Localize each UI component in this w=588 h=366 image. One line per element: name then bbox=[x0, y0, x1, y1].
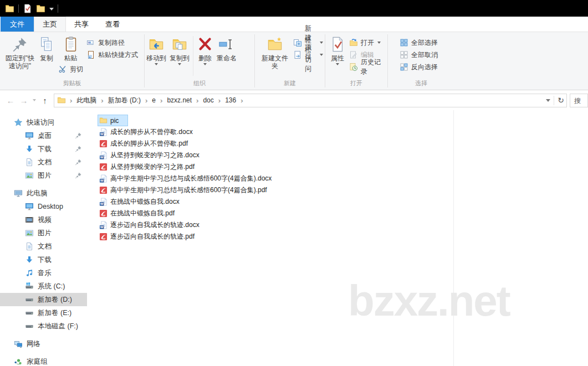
ribbon-group-select: 全部选择 全部取消 反向选择 选择 bbox=[388, 32, 454, 90]
file-row[interactable]: W 逐步迈向自我成长的轨迹.docx bbox=[87, 219, 588, 231]
breadcrumb-segment[interactable]: e bbox=[149, 96, 158, 104]
file-row[interactable]: W 在挑战中锻炼自我.docx bbox=[87, 196, 588, 208]
up-button[interactable]: ↑ bbox=[38, 96, 52, 105]
copy-to-button[interactable]: 复制到 bbox=[168, 35, 191, 66]
file-icon: W bbox=[99, 198, 110, 206]
select-none-button[interactable]: 全部取消 bbox=[398, 49, 439, 61]
sidebar-item[interactable]: Desktop bbox=[0, 200, 87, 213]
sidebar-item-icon bbox=[14, 339, 27, 348]
sidebar-item[interactable]: 音乐 bbox=[0, 266, 87, 280]
rename-button[interactable]: 重命名 bbox=[215, 35, 238, 63]
sidebar-item-icon bbox=[25, 158, 38, 167]
sidebar-item-icon bbox=[25, 229, 38, 238]
paste-shortcut-button[interactable]: 粘贴快捷方式 bbox=[85, 49, 140, 61]
breadcrumb-segment[interactable]: 136 bbox=[222, 96, 239, 104]
sidebar-item-icon bbox=[25, 255, 38, 264]
sidebar-item[interactable]: 视频 bbox=[0, 213, 87, 226]
pin-to-quick-access-button[interactable]: 固定到"快速访问" bbox=[3, 35, 37, 71]
rename-icon bbox=[218, 36, 235, 53]
file-icon: W bbox=[99, 221, 110, 229]
breadcrumb[interactable]: › 此电脑 › 新加卷 (D:) › e › bzxz.net › doc › bbox=[54, 94, 567, 107]
recent-locations-chevron-icon[interactable] bbox=[33, 99, 36, 101]
pdf-file-icon: PDF bbox=[99, 140, 108, 148]
dropdown-caret bbox=[336, 63, 339, 65]
file-menu-button[interactable]: 文件 bbox=[1, 17, 34, 32]
sidebar-item[interactable]: 图片 bbox=[0, 169, 87, 182]
file-name: 高中学生期中学习总结与成长感悟600字(4篇合集).pdf bbox=[110, 185, 267, 195]
sidebar-item[interactable]: 图片 bbox=[0, 226, 87, 240]
easy-access-button[interactable]: 轻松访问 bbox=[292, 49, 325, 61]
sidebar-item[interactable]: 下载 bbox=[0, 142, 87, 156]
file-row[interactable]: PDF 在挑战中锻炼自我.pdf bbox=[87, 208, 588, 219]
file-icon: PDF bbox=[99, 140, 110, 148]
ribbon-tab[interactable]: 共享 bbox=[66, 17, 97, 32]
address-dropdown-chevron-icon[interactable] bbox=[546, 99, 550, 102]
qat-chevron-down-icon[interactable] bbox=[49, 8, 54, 11]
dropdown-caret bbox=[178, 63, 181, 65]
sidebar-item[interactable]: 系统 (C:) bbox=[0, 280, 87, 293]
breadcrumb-segment[interactable]: 此电脑 bbox=[74, 96, 99, 105]
history-button[interactable]: 历史记录 bbox=[347, 61, 387, 73]
file-row[interactable]: W 成长的脚步从不曾停歇.docx bbox=[87, 126, 588, 138]
network-icon bbox=[14, 339, 23, 348]
refresh-icon[interactable]: ↻ bbox=[558, 96, 564, 105]
cut-button[interactable]: 剪切 bbox=[57, 63, 85, 75]
file-name: 成长的脚步从不曾停歇.pdf bbox=[110, 139, 188, 148]
new-folder-qat-icon[interactable] bbox=[36, 4, 45, 13]
file-row[interactable]: W 从坚持到蜕变的学习之路.docx bbox=[87, 150, 588, 161]
sidebar-item[interactable]: 网络 bbox=[0, 337, 87, 350]
copy-button[interactable]: 复制 bbox=[37, 35, 57, 63]
sidebar-item-label: 音乐 bbox=[38, 269, 52, 278]
sidebar-item-label: 下载 bbox=[38, 145, 52, 154]
search-input[interactable]: 搜 bbox=[570, 94, 588, 107]
invert-selection-button[interactable]: 反向选择 bbox=[398, 61, 439, 73]
file-icon bbox=[99, 116, 110, 125]
file-row[interactable]: PDF 逐步迈向自我成长的轨迹.pdf bbox=[87, 231, 588, 243]
file-name: 从坚持到蜕变的学习之路.pdf bbox=[110, 162, 195, 172]
downloads-icon bbox=[25, 255, 34, 264]
address-separator bbox=[554, 96, 554, 105]
sidebar-item[interactable]: 文档 bbox=[0, 156, 87, 169]
ribbon-tab[interactable]: 主页 bbox=[34, 17, 66, 32]
sidebar-item[interactable]: 快速访问 bbox=[0, 116, 87, 129]
sidebar-item[interactable]: 下载 bbox=[0, 253, 87, 266]
copy-path-button[interactable]: W.. 复制路径 bbox=[85, 37, 140, 49]
downloads-icon bbox=[25, 145, 34, 153]
qat-separator bbox=[58, 4, 58, 13]
new-folder-button[interactable]: 新建文件夹 bbox=[258, 35, 292, 71]
pin-indicator-icon bbox=[75, 158, 82, 167]
open-button[interactable]: 打开 bbox=[347, 37, 387, 49]
sidebar-item[interactable]: 桌面 bbox=[0, 129, 87, 142]
sidebar-item[interactable]: 此电脑 bbox=[0, 187, 87, 200]
sidebar-item[interactable]: 家庭组 bbox=[0, 355, 87, 366]
file-row[interactable]: PDF 成长的脚步从不曾停歇.pdf bbox=[87, 138, 588, 150]
properties-qat-icon[interactable] bbox=[23, 4, 32, 13]
forward-button[interactable]: → bbox=[17, 96, 30, 105]
breadcrumb-segment[interactable]: 新加卷 (D:) bbox=[105, 96, 144, 105]
sidebar-item[interactable]: 新加卷 (D:) bbox=[0, 293, 87, 306]
sidebar-item[interactable]: 新加卷 (E:) bbox=[0, 306, 87, 319]
documents-icon bbox=[25, 242, 34, 251]
delete-button[interactable]: 删除 bbox=[195, 35, 215, 66]
ribbon-tab-bar: 文件 主页共享查看 bbox=[0, 17, 588, 32]
file-row[interactable]: PDF 高中学生期中学习总结与成长感悟600字(4篇合集).pdf bbox=[87, 184, 588, 196]
sidebar-item[interactable]: 本地磁盘 (F:) bbox=[0, 319, 87, 333]
breadcrumb-segment[interactable]: bzxz.net bbox=[164, 96, 195, 104]
new-folder-icon bbox=[267, 36, 283, 53]
file-row[interactable]: PDF 从坚持到蜕变的学习之路.pdf bbox=[87, 161, 588, 173]
select-all-button[interactable]: 全部选择 bbox=[398, 37, 439, 49]
ribbon-tab[interactable]: 查看 bbox=[97, 17, 128, 32]
move-to-button[interactable]: 移动到 bbox=[145, 35, 168, 66]
file-row[interactable]: pic bbox=[87, 115, 588, 126]
address-folder-icon bbox=[57, 96, 66, 105]
sidebar-item-icon bbox=[14, 189, 27, 198]
back-button[interactable]: ← bbox=[4, 96, 17, 105]
breadcrumb-segment[interactable]: doc bbox=[200, 96, 216, 104]
paste-button[interactable]: 粘贴 bbox=[61, 35, 81, 63]
file-row[interactable]: W 高中学生期中学习总结与成长感悟600字(4篇合集).docx bbox=[87, 173, 588, 184]
word-file-icon: W bbox=[99, 174, 108, 183]
new-item-icon bbox=[293, 38, 302, 47]
properties-button[interactable]: 属性 bbox=[328, 35, 347, 66]
open-folder-icon bbox=[349, 38, 358, 47]
sidebar-item[interactable]: 文档 bbox=[0, 240, 87, 253]
